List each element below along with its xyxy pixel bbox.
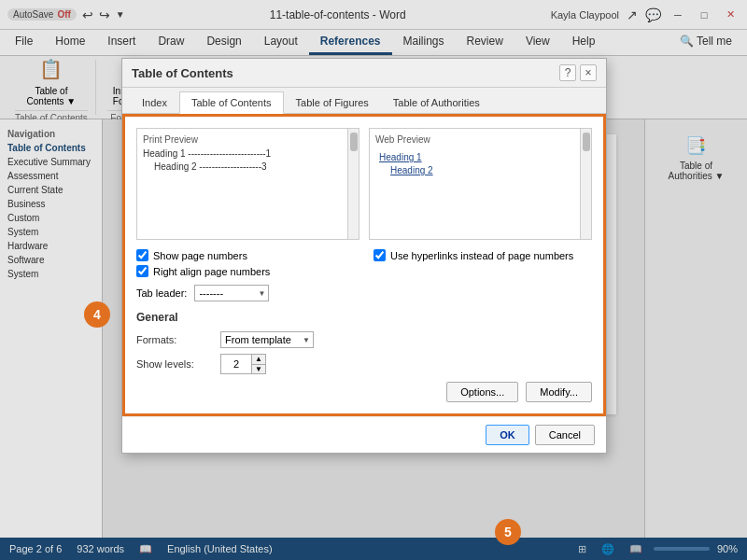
print-preview-content: Heading 1 -------------------------1 Hea…	[143, 148, 353, 172]
right-align-checkbox[interactable]	[136, 265, 148, 277]
dialog-controls: ? ×	[559, 64, 597, 81]
options-button[interactable]: Options...	[446, 382, 518, 402]
step4-badge: 4	[84, 301, 110, 328]
general-section: General Formats: From template Classic D…	[136, 311, 592, 374]
cancel-button[interactable]: Cancel	[535, 425, 595, 445]
show-levels-row: Show levels: ▲ ▼	[136, 354, 592, 374]
dialog-tab-toc[interactable]: Table of Contents	[179, 91, 284, 114]
show-page-numbers-checkbox[interactable]	[136, 249, 148, 261]
dialog-help-button[interactable]: ?	[559, 64, 576, 81]
print-scroll-thumb	[350, 133, 358, 151]
web-preview-label: Web Preview	[375, 134, 585, 145]
print-line-1: Heading 1 -------------------------1	[143, 148, 340, 159]
dialog-footer: OK Cancel	[122, 416, 606, 453]
use-hyperlinks-label: Use hyperlinks instead of page numbers	[390, 250, 573, 261]
preview-row: Print Preview Heading 1 ----------------…	[136, 128, 592, 240]
spinbox-buttons: ▲ ▼	[251, 355, 265, 373]
modify-button[interactable]: Modify...	[526, 382, 592, 402]
general-title: General	[136, 311, 592, 324]
step5-badge: 5	[495, 519, 521, 545]
right-align-row: Right align page numbers	[136, 265, 355, 277]
dialog-tabs: Index Table of Contents Table of Figures…	[122, 88, 606, 114]
web-preview-links: Heading 1 Heading 2	[375, 148, 585, 182]
dialog-tab-authorities[interactable]: Table of Authorities	[381, 91, 492, 113]
show-levels-spinbox: ▲ ▼	[220, 354, 266, 374]
right-align-label: Right align page numbers	[153, 266, 270, 277]
use-hyperlinks-checkbox[interactable]	[374, 249, 386, 261]
print-line-2: Heading 2 --------------------3	[143, 161, 340, 172]
dialog-close-button[interactable]: ×	[580, 64, 597, 81]
formats-label: Formats:	[136, 334, 220, 345]
print-preview-label: Print Preview	[143, 134, 353, 145]
show-page-numbers-row: Show page numbers	[136, 249, 355, 261]
use-hyperlinks-row: Use hyperlinks instead of page numbers	[374, 249, 592, 261]
tab-leader-label: Tab leader:	[136, 287, 187, 299]
web-preview-scrollbar[interactable]	[580, 129, 591, 239]
spinbox-down-button[interactable]: ▼	[252, 364, 265, 373]
dialog-tab-index[interactable]: Index	[130, 91, 179, 113]
print-preview-panel: Print Preview Heading 1 ----------------…	[136, 128, 359, 240]
toc-dialog: Table of Contents ? × Index Table of Con…	[121, 58, 607, 454]
body-footer-buttons: Options... Modify...	[136, 382, 592, 402]
web-preview-panel: Web Preview Heading 1 Heading 2	[369, 128, 592, 240]
formats-row: Formats: From template Classic Distincti…	[136, 331, 592, 348]
dialog-body: Print Preview Heading 1 ----------------…	[122, 114, 606, 416]
dialog-titlebar: Table of Contents ? ×	[122, 59, 606, 88]
dialog-title: Table of Contents	[132, 66, 233, 80]
web-link-2[interactable]: Heading 2	[379, 165, 582, 175]
dialog-tab-figures[interactable]: Table of Figures	[284, 91, 381, 113]
spinbox-up-button[interactable]: ▲	[252, 355, 265, 364]
formats-select[interactable]: From template Classic Distinctive Fancy …	[220, 331, 314, 348]
print-preview-scrollbar[interactable]	[347, 129, 359, 239]
web-link-1[interactable]: Heading 1	[379, 152, 582, 162]
ok-button[interactable]: OK	[486, 425, 529, 445]
tab-leader-select-wrap: ------- (none) ...... ______	[194, 285, 269, 301]
web-scroll-thumb	[583, 133, 590, 151]
footer-right: OK Cancel	[486, 425, 595, 445]
formats-select-wrap: From template Classic Distinctive Fancy …	[220, 331, 314, 348]
show-levels-label: Show levels:	[136, 358, 220, 370]
tab-leader-select[interactable]: ------- (none) ...... ______	[194, 285, 269, 301]
show-page-numbers-label: Show page numbers	[153, 250, 247, 261]
formats-control: From template Classic Distinctive Fancy …	[220, 331, 314, 348]
show-levels-input[interactable]	[221, 357, 251, 371]
tab-leader-row: Tab leader: ------- (none) ...... ______	[136, 285, 592, 301]
